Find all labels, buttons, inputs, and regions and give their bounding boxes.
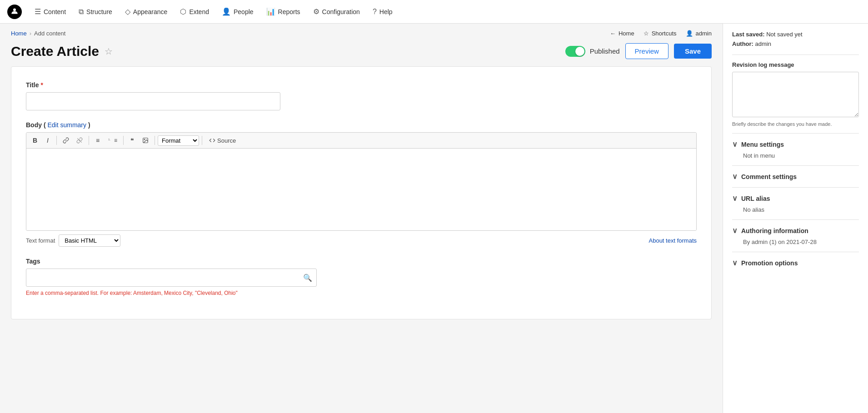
promotion-options-header[interactable]: ∨ Promotion options xyxy=(732,259,859,267)
number-list-button[interactable]: 1. ≡ xyxy=(105,135,120,146)
toolbar-separator-4 xyxy=(155,136,155,145)
nav-item-reports[interactable]: 📊 Reports xyxy=(261,4,306,20)
menu-settings-content: Not in menu xyxy=(732,152,859,159)
tags-label: Tags xyxy=(26,258,697,265)
body-label: Body ( Edit summary ) xyxy=(26,121,697,129)
nav-item-configuration[interactable]: ⚙ Configuration xyxy=(308,4,365,20)
sub-nav-right: ← Home ☆ Shortcuts 👤 admin xyxy=(610,30,712,37)
favorite-star-icon[interactable]: ☆ xyxy=(105,46,113,57)
text-format-label: Text format xyxy=(26,237,55,244)
svg-point-4 xyxy=(144,139,145,140)
content-icon: ☰ xyxy=(35,7,41,16)
preview-button[interactable]: Preview xyxy=(625,43,668,59)
title-input[interactable] xyxy=(26,92,280,110)
page-title-left: Create Article ☆ xyxy=(11,44,113,59)
author-item: Author: admin xyxy=(732,40,859,47)
about-text-formats-link[interactable]: About text formats xyxy=(649,237,697,244)
chevron-down-icon: ∨ xyxy=(732,140,738,149)
comment-settings-header[interactable]: ∨ Comment settings xyxy=(732,172,859,181)
page-title: Create Article xyxy=(11,44,99,59)
bullet-list-button[interactable]: ≡ xyxy=(92,134,104,146)
text-format-row: Text format Basic HTML Full HTML Restric… xyxy=(26,234,697,247)
configuration-icon: ⚙ xyxy=(313,7,319,16)
title-field-group: Title * xyxy=(26,81,697,110)
svg-point-0 xyxy=(13,8,16,11)
nav-item-extend[interactable]: ⬡ Extend xyxy=(175,4,215,20)
site-logo[interactable] xyxy=(7,5,22,19)
nav-item-people[interactable]: 👤 People xyxy=(216,4,259,20)
nav-item-content[interactable]: ☰ Content xyxy=(29,4,71,20)
top-nav: ☰ Content ⧉ Structure ◇ Appearance ⬡ Ext… xyxy=(0,0,868,24)
appearance-icon: ◇ xyxy=(125,7,130,16)
bold-button[interactable]: B xyxy=(29,134,41,146)
revision-log-textarea[interactable] xyxy=(732,72,859,117)
tags-input[interactable] xyxy=(26,269,317,287)
link-button[interactable] xyxy=(60,135,72,146)
sub-nav-home[interactable]: ← Home xyxy=(610,30,634,37)
unlink-button[interactable] xyxy=(73,135,86,146)
body-field-group: Body ( Edit summary ) B I xyxy=(26,121,697,247)
tags-field-group: Tags 🔍 Enter a comma-separated list. For… xyxy=(26,258,697,297)
save-button[interactable]: Save xyxy=(674,44,712,59)
text-format-left: Text format Basic HTML Full HTML Restric… xyxy=(26,234,120,247)
toolbar-separator-5 xyxy=(202,136,202,145)
body-editor-wrapper: B I ≡ 1. ≡ xyxy=(26,132,697,231)
published-label: Published xyxy=(590,47,620,55)
main-wrapper: Home › Add content ← Home ☆ Shortcuts 👤 … xyxy=(0,24,868,413)
nav-item-appearance[interactable]: ◇ Appearance xyxy=(120,4,173,20)
extend-icon: ⬡ xyxy=(180,7,186,16)
sidebar-section-url-alias: ∨ URL alias No alias xyxy=(732,187,859,219)
page-title-right: Published Preview Save xyxy=(565,43,712,59)
page-title-area: Create Article ☆ Published Preview Save xyxy=(0,41,723,66)
nav-item-structure[interactable]: ⧉ Structure xyxy=(73,4,118,20)
italic-button[interactable]: I xyxy=(42,134,54,146)
menu-settings-header[interactable]: ∨ Menu settings xyxy=(732,140,859,149)
form-card: Title * Body ( Edit summary ) B I xyxy=(11,66,712,319)
chevron-down-icon: ∨ xyxy=(732,226,738,235)
format-select[interactable]: Format Heading 1 Heading 2 Paragraph xyxy=(158,135,199,146)
url-alias-header[interactable]: ∨ URL alias xyxy=(732,194,859,203)
editor-toolbar: B I ≡ 1. ≡ xyxy=(26,133,696,149)
sub-nav-shortcuts[interactable]: ☆ Shortcuts xyxy=(644,30,677,37)
authoring-info-content: By admin (1) on 2021-07-28 xyxy=(732,239,859,245)
svg-text:1.: 1. xyxy=(108,138,110,141)
revision-log-section: Revision log message Briefly describe th… xyxy=(732,55,859,133)
text-format-select[interactable]: Basic HTML Full HTML Restricted HTML xyxy=(59,234,120,247)
blockquote-button[interactable]: ❝ xyxy=(126,134,138,146)
edit-summary-link[interactable]: Edit summary xyxy=(47,121,86,129)
toolbar-separator-1 xyxy=(56,136,57,145)
authoring-info-header[interactable]: ∨ Authoring information xyxy=(732,226,859,235)
breadcrumb-separator: › xyxy=(30,30,31,37)
chevron-down-icon: ∨ xyxy=(732,259,738,267)
toolbar-separator-2 xyxy=(89,136,89,145)
breadcrumb-home-link[interactable]: Home xyxy=(11,30,27,37)
svg-line-1 xyxy=(77,138,81,142)
sidebar-section-comment-settings: ∨ Comment settings xyxy=(732,165,859,187)
published-toggle[interactable] xyxy=(565,46,585,57)
source-button[interactable]: Source xyxy=(205,135,240,146)
image-button[interactable] xyxy=(139,135,152,146)
reports-icon: 📊 xyxy=(266,7,275,16)
sidebar-section-menu-settings: ∨ Menu settings Not in menu xyxy=(732,133,859,165)
star-shortcuts-icon: ☆ xyxy=(644,30,649,37)
revision-log-label: Revision log message xyxy=(732,61,859,68)
structure-icon: ⧉ xyxy=(79,8,84,16)
title-label: Title * xyxy=(26,81,697,89)
sidebar-section-authoring-info: ∨ Authoring information By admin (1) on … xyxy=(732,219,859,252)
required-indicator: * xyxy=(39,81,43,89)
breadcrumb: Home › Add content xyxy=(11,30,65,37)
people-icon: 👤 xyxy=(222,7,231,16)
editor-body[interactable] xyxy=(26,149,696,230)
tags-input-wrap: 🔍 xyxy=(26,269,317,287)
revision-log-hint: Briefly describe the changes you have ma… xyxy=(732,121,859,127)
last-saved-item: Last saved: Not saved yet xyxy=(732,31,859,38)
sub-nav-admin[interactable]: 👤 admin xyxy=(686,30,712,37)
chevron-down-icon: ∨ xyxy=(732,172,738,181)
admin-icon: 👤 xyxy=(686,30,693,37)
content-area: Home › Add content ← Home ☆ Shortcuts 👤 … xyxy=(0,24,723,413)
nav-item-help[interactable]: ? Help xyxy=(367,4,398,20)
help-icon: ? xyxy=(373,8,377,16)
tags-hint: Enter a comma-separated list. For exampl… xyxy=(26,289,697,297)
sidebar: Last saved: Not saved yet Author: admin … xyxy=(723,24,868,413)
toolbar-separator-3 xyxy=(123,136,124,145)
